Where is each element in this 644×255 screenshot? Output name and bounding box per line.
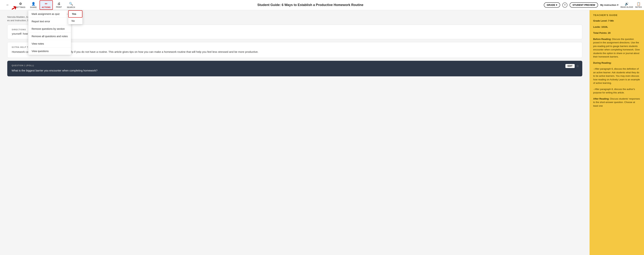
- read-aloud-button[interactable]: 🔊 READ ALOUD: [620, 2, 633, 8]
- search-button[interactable]: 🔍 SEARCH: [65, 1, 77, 9]
- notes-label: NOTES: [635, 6, 642, 8]
- directions-box: DIRECTIONS yourself: how can you create …: [7, 25, 582, 39]
- question-box: QUESTION 1 (POLL) What is the biggest ba…: [7, 61, 582, 76]
- author-line1: Nieroda-Madden, Assistant Professor of C…: [7, 15, 582, 18]
- print-icon: 🖨: [57, 2, 60, 6]
- grade-label: GRADE: [547, 4, 555, 6]
- my-instruction-chevron: ▾: [617, 4, 618, 6]
- actions-label: ACTIONS: [42, 6, 51, 8]
- menu-item-view-questions-label: View questions: [32, 50, 49, 53]
- submenu-no-button[interactable]: No: [68, 17, 82, 24]
- question-text: What is the biggest barrier you encounte…: [12, 68, 578, 73]
- actions-dropdown: Mark assignment as quiz › Report text er…: [28, 10, 71, 55]
- during-reading: During Reading:: [593, 61, 640, 65]
- print-label: PRINT: [56, 6, 62, 8]
- during-reading-text1: - After paragraph 6, discuss the definit…: [593, 67, 640, 85]
- directions-text: yourself: how can you create a e?: [12, 32, 578, 35]
- during-reading-text2: - After paragraph 8, discuss the author'…: [593, 87, 640, 94]
- notes-icon: 📋: [636, 2, 640, 6]
- question-label: QUESTION 1 (POLL): [12, 64, 578, 67]
- menu-item-mark-quiz-label: Mark assignment as quiz: [32, 12, 60, 15]
- chevron-right-icon: ›: [67, 12, 68, 15]
- teacher-guide-sidebar: TEACHER'S GUIDE Grade Level: 7-9th Lexil…: [590, 10, 644, 255]
- page-title: Student Guide: 6 Ways to Establish a Pro…: [77, 3, 544, 7]
- article-header: Nieroda-Madden, Assistant Professor of C…: [7, 15, 582, 22]
- actions-button[interactable]: ✏ ACTIONS: [40, 0, 53, 10]
- grade-level: Grade Level: 7-9th: [593, 19, 640, 23]
- menu-item-remove-all[interactable]: Remove all questions and notes: [28, 33, 71, 40]
- back-icon: ←: [6, 3, 9, 7]
- menu-item-view-notes-label: View notes: [32, 42, 44, 45]
- menu-item-remove-by-section[interactable]: Remove questions by section: [28, 25, 71, 33]
- read-aloud-label: READ ALOUD: [620, 6, 633, 8]
- quiz-submenu: Yes No: [68, 10, 82, 24]
- help-button[interactable]: ?: [562, 2, 568, 7]
- before-reading-label: Before Reading:: [593, 38, 611, 40]
- edit-button[interactable]: EDIT: [566, 64, 575, 68]
- during-reading-label: During Reading:: [593, 61, 612, 64]
- main-content: Nieroda-Madden, Assistant Professor of C…: [0, 10, 644, 255]
- article-content: Nieroda-Madden, Assistant Professor of C…: [0, 10, 590, 255]
- directions-label: DIRECTIONS: [12, 28, 578, 31]
- lexile-text: Lexile: 1010L: [593, 25, 608, 28]
- submenu-yes-button[interactable]: Yes: [68, 10, 82, 17]
- menu-item-remove-by-section-label: Remove questions by section: [32, 27, 65, 30]
- star-icon[interactable]: ☆: [576, 64, 579, 68]
- search-icon: 🔍: [69, 2, 73, 6]
- grade-chevron: ▾: [556, 4, 557, 6]
- settings-icon: ⚙: [19, 2, 22, 6]
- grade-level-text: Grade Level: 7-9th: [593, 19, 614, 22]
- author-line2: es and Instruction, Syracuse University: [7, 19, 582, 22]
- my-instruction-label: My instruction: [600, 4, 616, 6]
- my-instruction-button[interactable]: My instruction ▾: [600, 4, 618, 6]
- extra-help-label: EXTRA HELP TEXT SUMMARY 🚀: [12, 46, 578, 48]
- search-label: SEARCH: [67, 6, 75, 8]
- before-reading-text: Discuss the question posed in the assign…: [593, 38, 640, 58]
- read-aloud-icon: 🔊: [625, 2, 629, 6]
- total-points-text: Total Points: 20: [593, 31, 610, 34]
- teacher-guide-title: TEACHER'S GUIDE: [593, 14, 640, 16]
- after-reading-label: After Reading:: [593, 97, 610, 100]
- share-label: SHARE: [30, 6, 37, 8]
- total-points: Total Points: 20: [593, 31, 640, 35]
- print-button[interactable]: 🖨 PRINT: [54, 1, 64, 9]
- share-button[interactable]: 👤 SHARE: [28, 1, 39, 9]
- grade-button[interactable]: GRADE ▾: [544, 2, 560, 7]
- toolbar: ← ⚙ SETTINGS 👤 SHARE ✏ ACTIONS 🖨 PRINT 🔍…: [0, 0, 644, 10]
- summary-box: EXTRA HELP TEXT SUMMARY 🚀 Homework can f…: [7, 42, 582, 58]
- actions-icon: ✏: [45, 2, 48, 6]
- menu-item-mark-quiz[interactable]: Mark assignment as quiz ›: [28, 10, 71, 18]
- menu-item-view-questions[interactable]: View questions: [28, 47, 71, 55]
- student-preview-button[interactable]: STUDENT PREVIEW: [570, 2, 598, 7]
- menu-item-view-notes[interactable]: View notes: [28, 40, 71, 47]
- menu-item-remove-all-label: Remove all questions and notes: [32, 35, 68, 38]
- share-icon: 👤: [32, 2, 36, 6]
- summary-text: Homework can feel really overwhelming, e…: [12, 50, 578, 54]
- menu-item-report-error-label: Report text error: [32, 20, 50, 23]
- question-actions: EDIT ☆: [566, 64, 579, 68]
- menu-item-report-error[interactable]: Report text error: [28, 18, 71, 25]
- after-reading: After Reading: Discuss students' respons…: [593, 97, 640, 108]
- before-reading: Before Reading: Discuss the question pos…: [593, 37, 640, 59]
- lexile: Lexile: 1010L: [593, 25, 640, 29]
- notes-button[interactable]: 📋 NOTES: [635, 2, 642, 8]
- toolbar-right: GRADE ▾ ? STUDENT PREVIEW My instruction…: [544, 2, 642, 8]
